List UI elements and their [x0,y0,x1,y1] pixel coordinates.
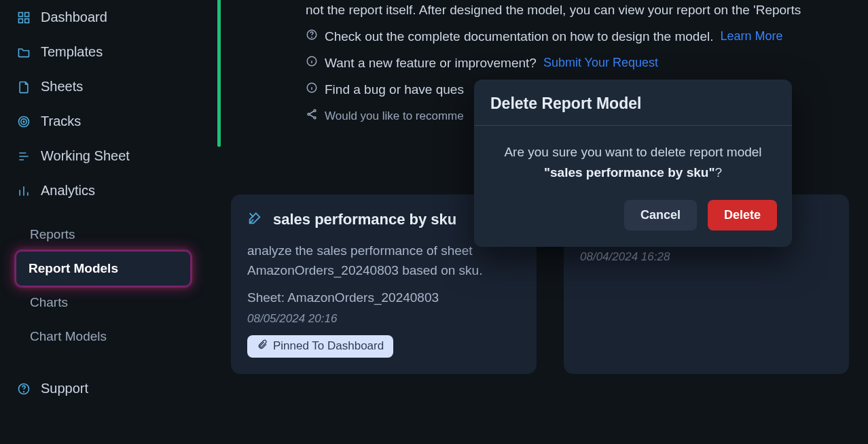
card-description: analyze the sales performance of sheet A… [247,241,520,281]
notice-accent-bar [217,0,221,147]
submit-request-link[interactable]: Submit Your Request [543,56,658,70]
modal-text-bold: "sales performance by sku" [544,165,715,180]
card-sheet: Sheet: AmazonOrders_20240803 [247,290,520,305]
modal-title: Delete Report Model [474,80,792,126]
sidebar-item-label: Tracks [41,114,81,129]
card-date: 08/05/2024 20:16 [247,312,520,326]
pinned-badge: Pinned To Dashboard [247,335,393,358]
learn-more-link[interactable]: Learn More [720,29,782,44]
svg-point-8 [24,391,24,392]
notice-text: Check out the complete documentation on … [325,29,713,44]
sidebar-sub-charts[interactable]: Charts [0,286,197,320]
bar-chart-icon [16,184,31,199]
modal-text-pre: Are you sure you want to delete report m… [504,145,761,159]
delete-button[interactable]: Delete [708,200,777,230]
sidebar-sub-chart-models[interactable]: Chart Models [0,320,197,354]
notice-text: not the report itself. After designed th… [306,3,801,18]
paperclip-icon [257,339,268,354]
grid-icon [16,10,31,25]
sidebar-sub-report-models[interactable]: Report Models [16,252,190,286]
cancel-button[interactable]: Cancel [624,200,697,230]
sidebar: Dashboard Templates Sheets Tracks Workin… [0,0,204,444]
notice-line: Check out the complete documentation on … [231,23,868,50]
sidebar-sub-label: Reports [30,227,75,241]
sidebar-item-label: Sheets [41,79,83,95]
svg-point-10 [312,37,312,37]
svg-point-6 [23,121,24,122]
sidebar-item-support[interactable]: Support [0,371,197,406]
svg-point-15 [314,117,316,119]
notice-line: not the report itself. After designed th… [231,0,868,23]
sidebar-sub-reports[interactable]: Reports [0,218,197,252]
notice-text: Find a bug or have ques [325,82,464,97]
file-icon [16,80,31,95]
svg-point-13 [314,109,316,112]
pinned-label: Pinned To Dashboard [273,339,384,353]
notice-text: Would you like to recomme [325,109,464,123]
sidebar-item-label: Support [41,381,88,396]
target-icon [16,114,31,129]
sidebar-item-templates[interactable]: Templates [0,35,197,69]
sidebar-item-label: Working Sheet [41,148,130,164]
sidebar-item-label: Analytics [41,183,95,199]
notice-line: Want a new feature or improvement? Submi… [231,50,868,76]
sidebar-item-working-sheet[interactable]: Working Sheet [0,139,197,173]
card-title: sales performance by sku [273,211,456,228]
info-circle-icon [306,55,318,71]
sidebar-item-label: Dashboard [41,10,107,25]
sidebar-sub-label: Charts [30,295,68,309]
notice-text: Want a new feature or improvement? [325,56,537,71]
svg-rect-0 [19,12,23,16]
card-date: 08/04/2024 16:28 [580,250,833,264]
help-circle-icon [306,29,318,44]
svg-rect-3 [25,18,29,22]
svg-point-14 [308,114,310,116]
list-icon [16,149,31,164]
delete-modal: Delete Report Model Are you sure you wan… [474,80,792,247]
help-circle-icon [16,381,31,396]
design-tools-icon [247,211,262,228]
share-icon [306,108,318,124]
modal-text-post: ? [715,165,722,180]
modal-actions: Cancel Delete [474,190,792,247]
modal-body: Are you sure you want to delete report m… [474,126,792,190]
sidebar-item-analytics[interactable]: Analytics [0,173,197,208]
sidebar-item-sheets[interactable]: Sheets [0,69,197,104]
folder-icon [16,45,31,60]
sidebar-item-tracks[interactable]: Tracks [0,104,197,139]
sidebar-sub-label: Report Models [29,261,118,275]
svg-rect-1 [25,12,29,16]
sidebar-sub-label: Chart Models [30,329,107,343]
sidebar-item-dashboard[interactable]: Dashboard [0,0,197,35]
svg-rect-2 [19,18,23,22]
sidebar-item-label: Templates [41,44,103,60]
info-circle-icon [306,82,318,97]
